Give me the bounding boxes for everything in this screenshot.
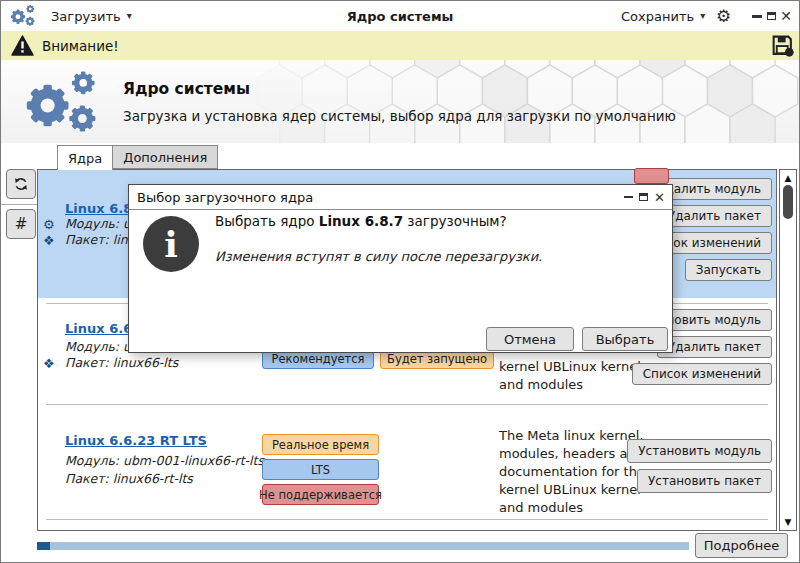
dialog-close-button[interactable]: ✕ [652, 185, 667, 209]
tab-kernels[interactable]: Ядра [57, 145, 113, 170]
changelog-button[interactable]: Список изменений [632, 363, 772, 385]
app-window: Загрузить ▾ Ядро системы Сохранить ▾ ⚙ ✕… [0, 0, 800, 563]
close-button[interactable]: ✕ [778, 1, 794, 31]
scroll-down-icon[interactable]: ▼ [780, 517, 796, 527]
dialog-note: Изменения вступят в силу после перезагру… [215, 249, 542, 264]
cancel-button[interactable]: Отмена [486, 327, 574, 351]
window-title: Ядро системы [201, 1, 599, 31]
row-divider [46, 404, 768, 405]
module-icon: ⚙ [43, 218, 55, 231]
package-icon: ❖ [43, 357, 55, 370]
chevron-down-icon: ▾ [127, 11, 132, 21]
vertical-scrollbar[interactable]: ▲ ▼ [779, 169, 797, 531]
kernel-package: Пакет: linux66-lts [65, 355, 178, 370]
row-divider [46, 519, 768, 520]
refresh-button[interactable] [6, 169, 36, 199]
dialog-kernel-name: Linux 6.8.7 [319, 213, 403, 229]
toolbar-separator [1, 204, 37, 205]
progress-bar [37, 542, 689, 550]
load-dropdown-button[interactable]: Загрузить ▾ [51, 1, 132, 31]
refresh-icon [12, 175, 30, 193]
install-module-button[interactable]: Установить модуль [627, 439, 772, 463]
status-badge-unsupported: Не поддерживается [262, 484, 379, 505]
kernel-package: Пакет: linux66-rt-lts [65, 471, 193, 486]
tab-bar: Ядра Дополнения [57, 145, 218, 170]
status-badge-lts: LTS [262, 459, 379, 480]
dialog-maximize-button[interactable] [636, 185, 651, 209]
save-state-floppy-icon[interactable] [770, 33, 795, 58]
save-label: Сохранить [621, 9, 694, 24]
warning-bar: Внимание! [1, 31, 799, 61]
minimize-icon [752, 15, 762, 18]
close-icon: ✕ [780, 9, 792, 23]
close-icon: ✕ [654, 191, 665, 204]
kernel-gears-icon [21, 69, 109, 135]
remove-package-button[interactable]: Удалить пакет [657, 205, 772, 227]
package-icon: ❖ [43, 234, 55, 247]
confirm-button[interactable]: Выбрать [582, 327, 668, 351]
status-badge-realtime: Реальное время [262, 434, 379, 455]
chevron-down-icon: ▾ [700, 11, 705, 21]
maximize-icon [639, 193, 648, 201]
progress-fill [37, 542, 50, 550]
run-button[interactable]: Запускать [685, 259, 772, 281]
save-dropdown-button[interactable]: Сохранить ▾ [621, 1, 705, 31]
dialog-question: Выбрать ядро Linux 6.8.7 загрузочным? [215, 213, 507, 229]
dialog-title: Выбор загрузочного ядра [137, 185, 313, 209]
minimize-icon [624, 196, 633, 199]
maximize-icon [767, 12, 776, 20]
status-badge-partial [634, 168, 669, 184]
load-label: Загрузить [51, 9, 121, 24]
maximize-button[interactable] [763, 1, 779, 31]
dialog-titlebar: Выбор загрузочного ядра ✕ [129, 185, 672, 210]
numbers-toggle-button[interactable]: # [6, 209, 36, 239]
details-button[interactable]: Подробнее [695, 533, 788, 558]
scroll-up-icon[interactable]: ▲ [780, 173, 796, 183]
top-toolbar: Загрузить ▾ Ядро системы Сохранить ▾ ⚙ ✕ [1, 1, 799, 32]
page-subtitle: Загрузка и установка ядер системы, выбор… [123, 108, 676, 124]
install-package-button[interactable]: Установить пакет [637, 469, 772, 493]
scrollbar-thumb[interactable] [783, 185, 793, 219]
tab-addons[interactable]: Дополнения [113, 145, 218, 169]
kernel-module: Модуль: ubm-001-linux66-rt-lts [65, 453, 264, 468]
settings-gear-button[interactable]: ⚙ [716, 1, 731, 31]
boot-kernel-dialog: Выбор загрузочного ядра ✕ i Выбрать ядро… [128, 184, 673, 353]
kernel-link[interactable]: Linux 6.6.23 RT LTS [65, 433, 207, 448]
page-header-banner: Ядро системы Загрузка и установка ядер с… [1, 60, 799, 143]
remove-package-button[interactable]: Удалить пакет [657, 336, 772, 358]
app-gears-logo-icon [9, 4, 39, 27]
page-title: Ядро системы [123, 80, 250, 98]
warning-icon [11, 35, 34, 56]
warning-text: Внимание! [42, 38, 119, 54]
dialog-minimize-button[interactable] [621, 185, 636, 209]
hexagon-pattern-background [1, 60, 799, 143]
info-icon: i [143, 216, 199, 272]
